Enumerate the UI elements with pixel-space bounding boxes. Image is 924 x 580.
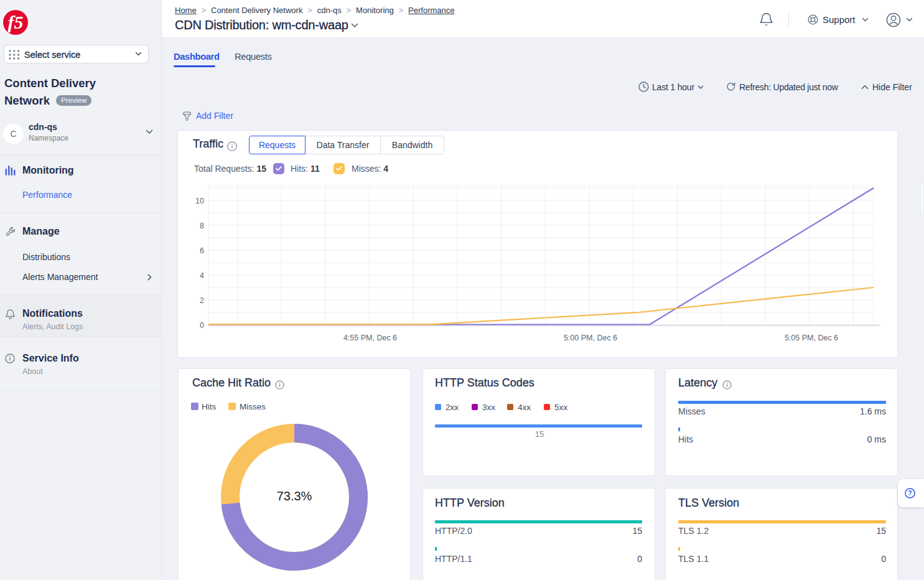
svg-text:2: 2	[200, 296, 204, 305]
svg-text:10: 10	[195, 197, 204, 205]
svg-text:0: 0	[200, 321, 204, 330]
svg-text:f5: f5	[8, 12, 24, 32]
svg-text:6: 6	[200, 246, 204, 255]
svg-text:8: 8	[200, 222, 204, 230]
svg-text:5:05 PM, Dec 6: 5:05 PM, Dec 6	[785, 334, 838, 342]
svg-text:5:00 PM, Dec 6: 5:00 PM, Dec 6	[564, 334, 617, 342]
svg-text:4: 4	[200, 271, 204, 280]
svg-text:?: ?	[908, 489, 912, 497]
svg-text:4:55 PM, Dec 6: 4:55 PM, Dec 6	[343, 334, 397, 342]
